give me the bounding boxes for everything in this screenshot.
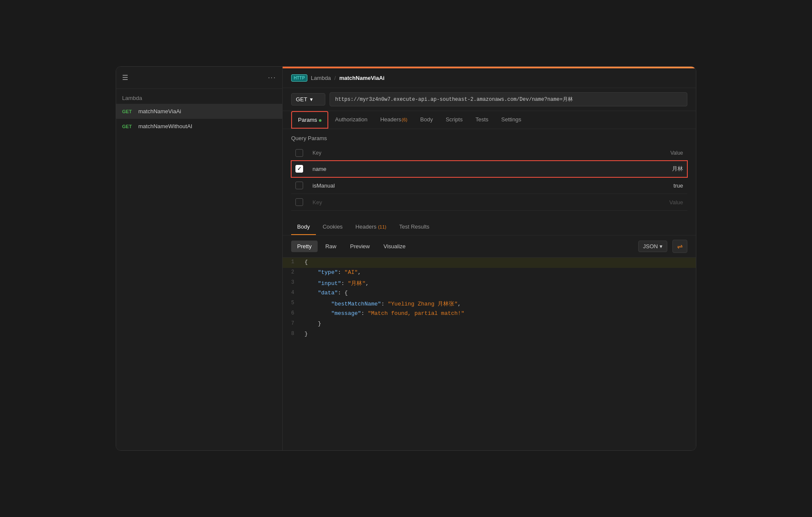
line-number: 5 [283,299,301,307]
param-value[interactable]: 月林 [602,161,687,177]
resp-tab-cookies[interactable]: Cookies [317,219,349,235]
tab-authorization[interactable]: Authorization [329,112,374,128]
tab-scripts-label: Scripts [446,116,463,123]
tab-params[interactable]: Params [291,111,328,129]
line-content: } [301,329,696,338]
view-visualize-button[interactable]: Visualize [377,241,412,252]
wrap-button[interactable]: ⇌ [672,240,687,253]
view-raw-button[interactable]: Raw [319,241,342,252]
code-line: 3 "input": "月林", [283,278,696,288]
view-preview-button[interactable]: Preview [344,241,376,252]
sidebar-item-matchnamewithoutai[interactable]: GET matchNameWithoutAI [116,119,282,134]
method-label: GET [296,96,307,103]
http-badge: HTTP [291,74,307,82]
line-content: { [301,258,696,267]
format-select[interactable]: JSON ▾ [638,241,667,252]
sidebar: ☰ ··· Lambda GET matchNameViaAi GET matc… [116,67,283,450]
response-toolbar: Pretty Raw Preview Visualize JSON ▾ ⇌ [283,235,696,258]
params-dot [319,119,321,122]
response-tabs: Body Cookies Headers (11) Test Results [283,219,696,235]
param-key-placeholder[interactable]: Key [308,194,602,211]
response-section: Body Cookies Headers (11) Test Results P… [283,219,696,450]
tab-settings-label: Settings [501,116,521,123]
tab-params-label: Params [298,117,317,123]
code-line: 6 "message": "Match found, partial match… [283,309,696,319]
line-number: 1 [283,258,301,266]
select-all-checkbox[interactable] [295,149,303,157]
resp-tab-headers[interactable]: Headers (11) [350,219,392,235]
table-row: Key Value [291,194,687,211]
code-line: 2 "type": "AI", [283,268,696,278]
sidebar-item-label: matchNameViaAi [138,108,181,115]
breadcrumb-parent: Lambda [311,75,331,81]
tab-authorization-label: Authorization [335,116,368,123]
tab-tests[interactable]: Tests [470,112,494,128]
resp-headers-badge: (11) [378,224,386,229]
tab-tests-label: Tests [476,116,488,123]
resp-tab-cookies-label: Cookies [323,223,343,230]
chevron-down-icon: ▾ [660,243,663,250]
top-bar [283,67,696,68]
code-line: 1 { [283,258,696,268]
headers-badge: (6) [402,117,407,122]
line-number: 2 [283,268,301,276]
request-bar: GET ▾ https://myr3z4n0w7.execute-api.ap-… [283,88,696,111]
table-row: isManual true [291,177,687,194]
tab-headers[interactable]: Headers(6) [374,112,414,128]
resp-tab-test-results[interactable]: Test Results [393,219,435,235]
query-params-title: Query Params [291,135,687,141]
line-content: "type": "AI", [301,268,696,277]
row-checkbox[interactable] [295,165,303,173]
sidebar-header: ☰ ··· [116,67,282,89]
method-badge: GET [122,124,135,129]
resp-tab-headers-label: Headers [356,223,377,230]
params-section: Query Params Key Value [283,129,696,211]
breadcrumb-separator: / [334,75,336,81]
view-pretty-button[interactable]: Pretty [291,241,318,252]
sidebar-section-label: Lambda [116,89,282,104]
app-window: ☰ ··· Lambda GET matchNameViaAi GET matc… [116,66,696,451]
breadcrumb-current: matchNameViaAi [339,75,385,81]
line-content: "data": { [301,288,696,297]
resp-tab-body-label: Body [297,223,310,230]
main-content: HTTP Lambda / matchNameViaAi GET ▾ https… [283,67,696,450]
code-line: 5 "bestMatchName": "Yueling Zhang 月林张", [283,299,696,309]
params-table: Key Value name 月林 [291,146,687,211]
line-content: } [301,319,696,328]
line-number: 6 [283,309,301,317]
url-bar[interactable]: https://myr3z4n0w7.execute-api.ap-southe… [330,92,687,106]
param-key[interactable]: isManual [308,177,602,194]
hamburger-icon[interactable]: ☰ [122,73,128,82]
more-icon[interactable]: ··· [268,74,276,82]
table-row: name 月林 [291,161,687,177]
line-content: "message": "Match found, partial match!" [301,309,696,318]
col-value-header: Value [602,146,687,161]
line-content: "bestMatchName": "Yueling Zhang 月林张", [301,299,696,309]
resp-tab-test-results-label: Test Results [399,223,429,230]
method-badge: GET [122,109,135,114]
code-line: 8 } [283,329,696,340]
tab-scripts[interactable]: Scripts [440,112,469,128]
tab-body-label: Body [420,116,433,123]
code-line: 4 "data": { [283,288,696,299]
tab-body[interactable]: Body [414,112,439,128]
sidebar-item-label: matchNameWithoutAI [138,123,192,129]
col-key-header: Key [308,146,602,161]
method-select[interactable]: GET ▾ [291,93,325,106]
row-checkbox[interactable] [295,182,303,189]
line-number: 4 [283,288,301,297]
line-number: 7 [283,319,301,328]
tab-settings[interactable]: Settings [495,112,527,128]
line-number: 8 [283,329,301,338]
resp-tab-body[interactable]: Body [291,219,316,235]
chevron-down-icon: ▾ [310,96,313,103]
sidebar-item-matchnameviaai[interactable]: GET matchNameViaAi [116,104,282,119]
row-checkbox[interactable] [295,198,303,206]
line-number: 3 [283,278,301,287]
code-line: 7 } [283,319,696,329]
param-value-placeholder[interactable]: Value [602,194,687,211]
param-key[interactable]: name [308,161,602,177]
tabs-bar: Params Authorization Headers(6) Body Scr… [283,111,696,129]
param-value[interactable]: true [602,177,687,194]
format-label: JSON [643,243,658,250]
